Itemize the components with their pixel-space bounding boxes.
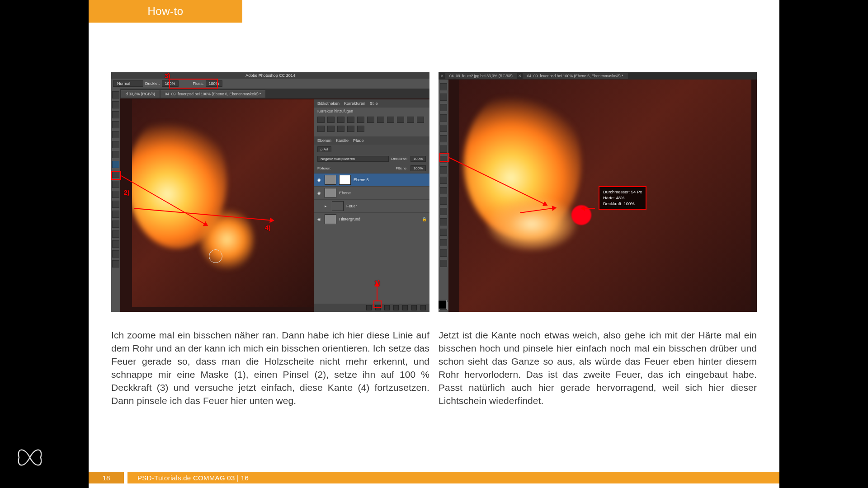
flame-glow: [486, 197, 577, 251]
doc-tab-2[interactable]: 04_09_feuer.psd bei 100% (Ebene 6, Ebene…: [523, 73, 628, 79]
adj-icon[interactable]: [357, 126, 364, 132]
tool-icon[interactable]: [112, 211, 119, 218]
tool-icon[interactable]: [112, 230, 119, 238]
tool-icon[interactable]: [440, 197, 447, 205]
adj-icon[interactable]: [417, 117, 424, 123]
visibility-icon[interactable]: ◉: [316, 178, 322, 182]
brush-hud: Durchmesser: 54 Px Härte: 48% Deckkraft:…: [599, 186, 646, 210]
layer-thumb: [325, 188, 336, 198]
tool-icon[interactable]: [112, 250, 119, 258]
layer-blend-row: Negativ multiplizieren Deckkraft: 100%: [314, 154, 429, 164]
tool-icon[interactable]: [440, 208, 447, 215]
tool-icon[interactable]: [112, 131, 119, 138]
tool-icon[interactable]: [112, 101, 119, 108]
tab-paths[interactable]: Pfade: [353, 138, 364, 143]
right-panels: Bibliotheken Korrekturen Stile Korrektur…: [314, 99, 429, 312]
left-caption: Ich zoome mal ein bisschen näher ran. Da…: [111, 329, 429, 408]
visibility-icon[interactable]: ◉: [316, 191, 322, 195]
adj-icon[interactable]: [337, 126, 344, 132]
tool-icon[interactable]: [440, 166, 447, 174]
tool-icon[interactable]: [440, 114, 447, 122]
link-icon[interactable]: [366, 305, 372, 310]
lock-icon: 🔒: [422, 217, 427, 221]
doc-tab-2[interactable]: 04_09_feuer.psd bei 100% (Ebene 6, Ebene…: [160, 90, 266, 98]
visibility-icon[interactable]: ◉: [316, 217, 322, 221]
adj-icon[interactable]: [317, 117, 325, 123]
tool-icon[interactable]: [440, 177, 447, 184]
tool-icon[interactable]: [440, 249, 447, 257]
new-layer-icon[interactable]: [411, 305, 417, 310]
tool-icon[interactable]: [112, 240, 119, 248]
tool-icon[interactable]: [440, 229, 447, 236]
tool-icon[interactable]: [112, 91, 119, 99]
layer-name: Feuer: [346, 204, 357, 208]
hud-diameter: Durchmesser: 54 Px: [603, 189, 642, 195]
page-number: 18: [89, 472, 124, 483]
layer-row[interactable]: ◉ Ebene: [314, 186, 429, 199]
tool-icon[interactable]: [440, 125, 447, 132]
tab-channels[interactable]: Kanäle: [336, 138, 349, 143]
tab-layers[interactable]: Ebenen: [317, 138, 331, 143]
tool-icon[interactable]: [440, 239, 447, 246]
doc-tab-1[interactable]: 04_09_feuer2.jpg bei 33,3% (RGB/8): [445, 73, 517, 79]
tool-icon[interactable]: [440, 218, 447, 225]
mask-icon[interactable]: [384, 305, 390, 310]
adjustment-layer-icon[interactable]: [393, 305, 399, 310]
document-tabs: d 33,3% (RGB/8) 04_09_feuer.psd bei 100%…: [120, 89, 429, 99]
adj-icon[interactable]: [387, 117, 394, 123]
doc-tab-1[interactable]: d 33,3% (RGB/8): [121, 90, 160, 98]
adj-icon[interactable]: [327, 117, 335, 123]
tool-icon[interactable]: [440, 145, 447, 153]
group-icon[interactable]: [402, 305, 408, 310]
adj-icon[interactable]: [407, 117, 414, 123]
adj-icon[interactable]: [317, 126, 325, 132]
tool-icon[interactable]: [112, 191, 119, 198]
layer-row[interactable]: ▸ Feuer: [314, 199, 429, 212]
layer-row[interactable]: ◉ Hintergrund 🔒: [314, 212, 429, 225]
layer-opacity-field[interactable]: 100%: [410, 156, 426, 162]
tool-icon[interactable]: [112, 260, 119, 267]
adj-icon[interactable]: [397, 117, 404, 123]
tool-icon[interactable]: [440, 135, 447, 142]
tool-icon[interactable]: [440, 83, 447, 90]
canvas-area[interactable]: Durchmesser: 54 Px Härte: 48% Deckkraft:…: [459, 80, 751, 312]
tool-icon[interactable]: [112, 151, 119, 158]
tab-libraries[interactable]: Bibliotheken: [317, 101, 340, 106]
lock-label: Fixieren:: [317, 166, 331, 170]
layer-opacity-label: Deckkraft:: [392, 157, 408, 161]
tool-icon[interactable]: [112, 111, 119, 118]
adj-icon[interactable]: [377, 117, 384, 123]
footer-credit: PSD-Tutorials.de COMMAG 03 | 16: [127, 472, 779, 483]
adj-icon[interactable]: [347, 126, 354, 132]
tab-styles[interactable]: Stile: [370, 101, 378, 106]
tool-icon[interactable]: [440, 94, 447, 101]
adj-icon[interactable]: [327, 126, 335, 132]
layer-kind-dropdown[interactable]: ρ Art: [317, 146, 331, 152]
layer-row-selected[interactable]: ◉ Ebene 6: [314, 173, 429, 186]
blend-mode-dropdown[interactable]: Normal: [113, 80, 143, 87]
tool-icon[interactable]: [112, 201, 119, 208]
tab-adjustments[interactable]: Korrekturen: [344, 101, 365, 106]
canvas-area[interactable]: [132, 99, 316, 307]
color-swatch-icon[interactable]: [439, 302, 448, 310]
annotation-3: 3): [165, 72, 170, 80]
brush-cursor-icon: [209, 249, 222, 263]
tool-icon[interactable]: [112, 121, 119, 128]
hud-opacity: Deckkraft: 100%: [603, 201, 642, 207]
adj-icon[interactable]: [357, 117, 364, 123]
layer-mask-thumb[interactable]: [339, 175, 351, 185]
tool-icon[interactable]: [112, 221, 119, 228]
fill-field[interactable]: 100%: [410, 165, 426, 171]
layer-blend-dropdown[interactable]: Negativ multiplizieren: [317, 156, 389, 162]
trash-icon[interactable]: [420, 305, 426, 310]
adj-icon[interactable]: [347, 117, 354, 123]
tool-icon[interactable]: [112, 141, 119, 148]
tool-icon[interactable]: [112, 181, 119, 188]
adj-icon[interactable]: [367, 117, 374, 123]
tool-icon[interactable]: [440, 104, 447, 111]
annotation-box-2: [111, 171, 121, 180]
tool-icon[interactable]: [440, 260, 447, 267]
brush-tool-icon[interactable]: [112, 161, 119, 168]
tool-icon[interactable]: [440, 187, 447, 194]
adj-icon[interactable]: [337, 117, 344, 123]
